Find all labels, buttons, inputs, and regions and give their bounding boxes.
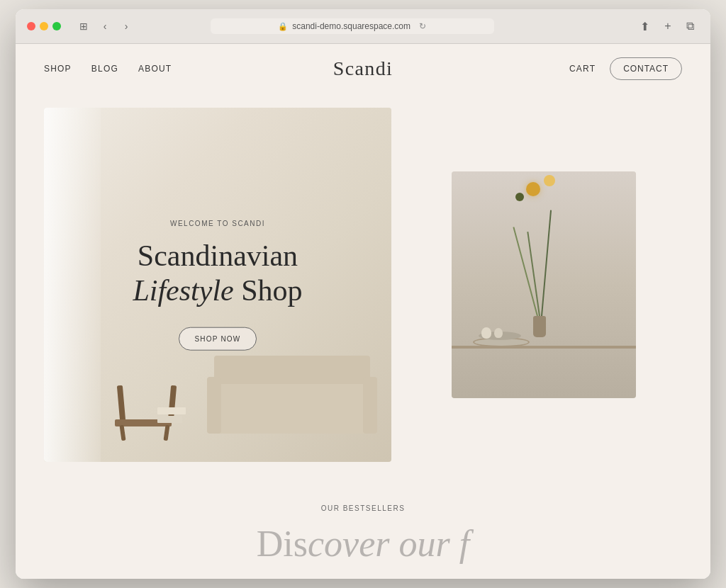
curtain-element bbox=[44, 108, 101, 462]
hero-section: WELCOME TO SCANDI Scandinavian Lifestyle… bbox=[16, 94, 710, 483]
couch-element bbox=[214, 363, 370, 434]
stem-3 bbox=[513, 227, 538, 317]
hero-right-panel bbox=[391, 108, 682, 462]
couch-body bbox=[214, 384, 370, 434]
close-button[interactable] bbox=[27, 22, 35, 30]
chair-element bbox=[115, 363, 179, 441]
url-text: scandi-demo.squarespace.com bbox=[292, 21, 411, 31]
sidebar-toggle-button[interactable]: ⊞ bbox=[75, 19, 92, 33]
flower-3 bbox=[515, 193, 524, 201]
egg-1 bbox=[481, 327, 491, 339]
book-1 bbox=[157, 407, 186, 414]
shop-now-button[interactable]: SHOP NOW bbox=[179, 327, 257, 351]
hero-text-overlay: WELCOME TO SCANDI Scandinavian Lifestyle… bbox=[104, 220, 331, 351]
browser-chrome: ⊞ ‹ › 🔒 scandi-demo.squarespace.com ↻ ⬆ … bbox=[16, 9, 710, 44]
bestsellers-title: Discover our f bbox=[44, 524, 682, 564]
flower-1 bbox=[526, 182, 540, 196]
traffic-lights bbox=[27, 22, 61, 30]
nav-blog[interactable]: BLOG bbox=[91, 64, 118, 74]
maximize-button[interactable] bbox=[52, 22, 61, 30]
hero-title: Scandinavian Lifestyle Shop bbox=[104, 239, 331, 307]
vase-element bbox=[533, 316, 546, 337]
browser-actions: ⬆ + ⧉ bbox=[637, 18, 699, 35]
chair-back-left bbox=[117, 385, 125, 422]
flower-2 bbox=[544, 175, 555, 186]
address-bar[interactable]: 🔒 scandi-demo.squarespace.com ↻ bbox=[211, 18, 494, 34]
couch-arm-right bbox=[363, 377, 377, 434]
nav-right: CART CONTACT bbox=[569, 57, 682, 80]
couch-arm-left bbox=[207, 377, 221, 434]
stem-2 bbox=[541, 210, 552, 317]
bestsellers-tag: OUR BESTSELLERS bbox=[44, 504, 682, 512]
tabs-icon[interactable]: ⧉ bbox=[682, 18, 699, 35]
nav-shop[interactable]: SHOP bbox=[44, 64, 72, 74]
bestsellers-title-text: Discover our f bbox=[257, 524, 469, 564]
forward-button[interactable]: › bbox=[118, 19, 135, 33]
minimize-button[interactable] bbox=[40, 22, 48, 30]
browser-controls: ⊞ ‹ › bbox=[75, 19, 135, 33]
hero-title-line1: Scandinavian bbox=[138, 239, 298, 272]
egg-2 bbox=[494, 328, 503, 338]
site-navigation: SHOP BLOG ABOUT Scandi CART CONTACT bbox=[16, 44, 710, 94]
contact-button[interactable]: CONTACT bbox=[610, 57, 682, 80]
reload-icon[interactable]: ↻ bbox=[419, 21, 426, 31]
site-content: SHOP BLOG ABOUT Scandi CART CONTACT bbox=[16, 44, 710, 578]
new-tab-icon[interactable]: + bbox=[659, 18, 676, 35]
hero-product-image bbox=[452, 171, 636, 398]
lock-icon: 🔒 bbox=[278, 22, 288, 31]
back-button[interactable]: ‹ bbox=[96, 19, 113, 33]
product-image-background bbox=[452, 171, 636, 398]
site-logo[interactable]: Scandi bbox=[333, 57, 393, 80]
hero-title-italic: Lifestyle bbox=[133, 273, 233, 306]
hero-title-normal: Shop bbox=[234, 273, 303, 306]
bestsellers-section: OUR BESTSELLERS Discover our f bbox=[16, 483, 710, 578]
welcome-tag: WELCOME TO SCANDI bbox=[104, 220, 331, 227]
share-icon[interactable]: ⬆ bbox=[637, 18, 654, 35]
table-surface bbox=[452, 346, 636, 349]
chair-leg-left bbox=[119, 425, 125, 441]
nav-about[interactable]: ABOUT bbox=[138, 64, 172, 74]
side-table bbox=[157, 407, 186, 423]
chair-leg-right bbox=[163, 425, 169, 441]
browser-window: ⊞ ‹ › 🔒 scandi-demo.squarespace.com ↻ ⬆ … bbox=[16, 9, 710, 578]
nav-left: SHOP BLOG ABOUT bbox=[44, 64, 172, 74]
cart-link[interactable]: CART bbox=[569, 64, 596, 74]
hero-main-image: WELCOME TO SCANDI Scandinavian Lifestyle… bbox=[44, 108, 391, 462]
book-2 bbox=[157, 416, 182, 423]
